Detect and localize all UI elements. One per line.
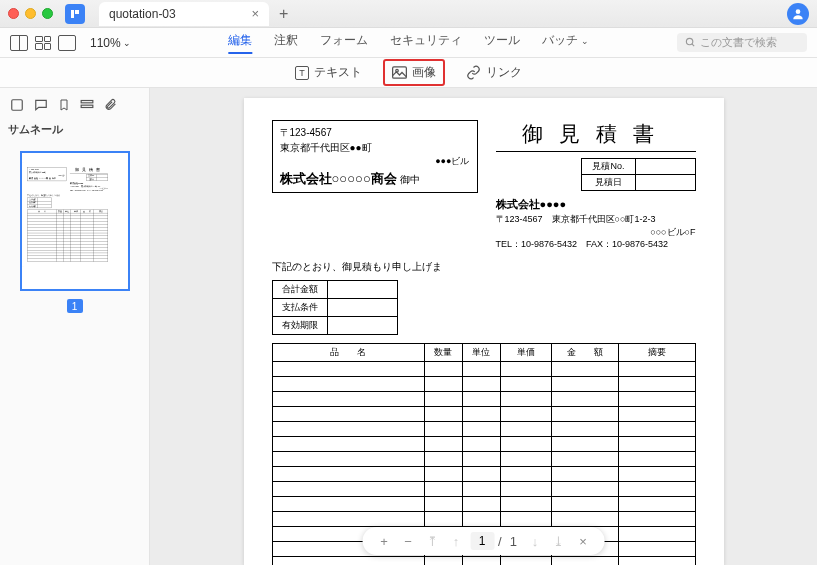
menu-security[interactable]: セキュリティ bbox=[390, 32, 462, 54]
sidebar-toggle-icon[interactable] bbox=[10, 35, 28, 51]
close-window-button[interactable] bbox=[8, 8, 19, 19]
zoom-in-button[interactable]: + bbox=[374, 534, 394, 549]
user-avatar[interactable] bbox=[787, 3, 809, 25]
receiver-address-block: 〒123-4567 東京都千代田区○○町1-2-3 ○○○ビル○F TEL：10… bbox=[496, 213, 696, 251]
col-amount: 金 額 bbox=[551, 343, 619, 361]
sidebar-tabs bbox=[8, 96, 141, 114]
quote-meta-table: 見積No. 見積日 bbox=[86, 174, 108, 180]
sender-building: ●●●ビル bbox=[280, 155, 470, 169]
items-table: 品 名 数量 単位 単価 金 額 摘要 bbox=[27, 210, 108, 262]
svg-rect-2 bbox=[75, 10, 79, 14]
svg-rect-9 bbox=[81, 101, 93, 103]
terms-table: 合計金額 支払条件 有効期限 bbox=[27, 198, 51, 208]
close-pager-button[interactable]: × bbox=[573, 534, 593, 549]
zoom-out-button[interactable]: − bbox=[398, 534, 418, 549]
quote-no-value bbox=[635, 159, 695, 175]
document-page: 〒123-4567 東京都千代田区●●町 ●●●ビル 株式会社○○○○○商会 御… bbox=[22, 163, 113, 266]
text-icon: T bbox=[295, 66, 309, 80]
zoom-dropdown[interactable]: 110% ⌄ bbox=[90, 36, 131, 50]
search-placeholder: この文書で検索 bbox=[700, 35, 777, 50]
page-total: 1 bbox=[506, 534, 521, 549]
document-title: 御見積書 bbox=[69, 167, 107, 173]
menu-annotate[interactable]: 注釈 bbox=[274, 32, 298, 54]
table-row bbox=[272, 421, 695, 436]
thumbnail-tab-icon[interactable] bbox=[10, 98, 24, 112]
page-navigator: + − ⤒ ↑ / 1 ↓ ⤓ × bbox=[362, 527, 605, 555]
quote-date-label: 見積日 bbox=[582, 175, 635, 191]
svg-point-4 bbox=[686, 38, 692, 44]
main-toolbar: 110% ⌄ 編集 注釈 フォーム セキュリティ ツール バッチ ⌄ この文書で… bbox=[0, 28, 817, 58]
table-row bbox=[27, 259, 107, 262]
document-title: 御見積書 bbox=[496, 120, 696, 152]
sender-box: 〒123-4567 東京都千代田区●●町 ●●●ビル 株式会社○○○○○商会 御… bbox=[27, 167, 66, 181]
sidebar-panel: サムネール 〒123-4567 東京都千代田区●●町 ●●●ビル 株式会社○○○… bbox=[0, 88, 150, 565]
workspace: サムネール 〒123-4567 東京都千代田区●●町 ●●●ビル 株式会社○○○… bbox=[0, 88, 817, 565]
first-page-button[interactable]: ⤒ bbox=[422, 534, 442, 549]
col-unit: 単位 bbox=[462, 343, 500, 361]
table-row bbox=[272, 376, 695, 391]
terms-table: 合計金額 支払条件 有効期限 bbox=[272, 280, 398, 335]
attachment-tab-icon[interactable] bbox=[104, 98, 117, 112]
menu-tabs: 編集 注釈 フォーム セキュリティ ツール バッチ ⌄ bbox=[228, 32, 589, 54]
menu-tool[interactable]: ツール bbox=[484, 32, 520, 54]
search-icon bbox=[685, 37, 696, 48]
image-icon bbox=[392, 66, 407, 79]
document-tab[interactable]: quotation-03 × bbox=[99, 2, 269, 26]
app-icon bbox=[65, 4, 85, 24]
menu-edit[interactable]: 編集 bbox=[228, 32, 252, 54]
table-row bbox=[272, 496, 695, 511]
window-controls bbox=[8, 8, 53, 19]
next-page-button[interactable]: ↓ bbox=[525, 534, 545, 549]
sidebar-title: サムネール bbox=[8, 122, 141, 137]
comment-tab-icon[interactable] bbox=[34, 98, 48, 112]
image-tool-button[interactable]: 画像 bbox=[383, 59, 445, 86]
table-row bbox=[272, 481, 695, 496]
table-row bbox=[272, 406, 695, 421]
table-row bbox=[272, 361, 695, 376]
tab-title: quotation-03 bbox=[109, 7, 176, 21]
single-view-icon[interactable] bbox=[58, 35, 76, 51]
quote-meta-table: 見積No. 見積日 bbox=[581, 158, 695, 191]
sender-box: 〒123-4567 東京都千代田区●●町 ●●●ビル 株式会社○○○○○商会 御… bbox=[272, 120, 478, 193]
svg-point-3 bbox=[796, 9, 801, 14]
document-canvas[interactable]: 〒123-4567 東京都千代田区●●町 ●●●ビル 株式会社○○○○○商会 御… bbox=[150, 88, 817, 565]
chevron-down-icon: ⌄ bbox=[581, 36, 589, 46]
close-tab-icon[interactable]: × bbox=[251, 6, 259, 21]
page-thumbnail[interactable]: 〒123-4567 東京都千代田区●●町 ●●●ビル 株式会社○○○○○商会 御… bbox=[20, 151, 130, 291]
quote-no-label: 見積No. bbox=[582, 159, 635, 175]
link-tool-button[interactable]: リンク bbox=[459, 61, 529, 84]
grid-view-icon[interactable] bbox=[34, 35, 52, 51]
menu-form[interactable]: フォーム bbox=[320, 32, 368, 54]
tab-bar: quotation-03 × + bbox=[99, 2, 779, 26]
table-row bbox=[272, 511, 695, 526]
sender-suffix: 御中 bbox=[400, 174, 420, 185]
quote-date-value bbox=[635, 175, 695, 191]
sender-company: 株式会社○○○○○商会 bbox=[28, 177, 50, 180]
maximize-window-button[interactable] bbox=[42, 8, 53, 19]
last-page-button[interactable]: ⤓ bbox=[549, 534, 569, 549]
minimize-window-button[interactable] bbox=[25, 8, 36, 19]
sender-address: 東京都千代田区●●町 bbox=[280, 140, 470, 155]
quote-date-value bbox=[96, 178, 107, 181]
bookmark-tab-icon[interactable] bbox=[58, 98, 70, 112]
svg-rect-8 bbox=[12, 100, 23, 111]
layers-tab-icon[interactable] bbox=[80, 98, 94, 112]
narrative-text: 下記のとおり、御見積もり申し上げま bbox=[27, 194, 108, 197]
svg-rect-6 bbox=[393, 67, 407, 78]
menu-batch[interactable]: バッチ ⌄ bbox=[542, 32, 589, 54]
text-tool-button[interactable]: T テキスト bbox=[288, 61, 369, 84]
search-box[interactable]: この文書で検索 bbox=[677, 33, 807, 52]
col-qty: 数量 bbox=[424, 343, 462, 361]
prev-page-button[interactable]: ↑ bbox=[446, 534, 466, 549]
col-name: 品 名 bbox=[272, 343, 424, 361]
sender-company: 株式会社○○○○○商会 bbox=[280, 171, 397, 186]
page-input[interactable] bbox=[470, 532, 494, 550]
new-tab-button[interactable]: + bbox=[269, 5, 298, 23]
view-mode-group bbox=[10, 35, 76, 51]
zoom-value: 110% bbox=[90, 36, 121, 50]
table-row bbox=[272, 391, 695, 406]
receiver-company: 株式会社●●●● bbox=[496, 197, 696, 212]
col-note: 摘要 bbox=[619, 343, 695, 361]
table-row bbox=[272, 451, 695, 466]
page-sep: / bbox=[498, 534, 502, 549]
